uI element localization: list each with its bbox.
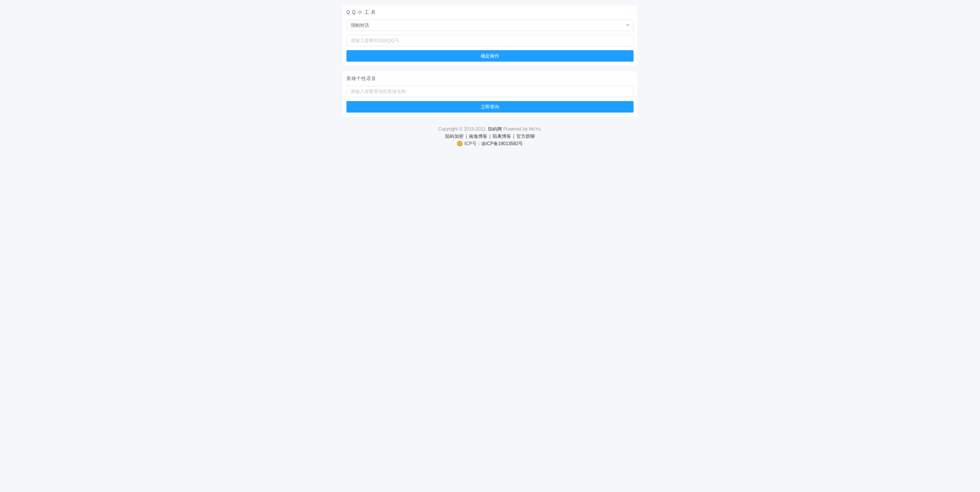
icp-number-link[interactable]: 渝ICP备19013582号 bbox=[481, 141, 523, 146]
copyright-suffix: Powered by MoYu. bbox=[502, 126, 542, 132]
footer-link-nanyi[interactable]: 南逸博客 bbox=[469, 134, 487, 139]
hero-voice-title: 英雄个性语音 bbox=[346, 75, 634, 82]
hero-voice-submit-button[interactable]: 立即查询 bbox=[346, 101, 634, 113]
footer-separator: | bbox=[488, 134, 492, 139]
qq-tool-select[interactable]: 强制对话 bbox=[346, 20, 634, 31]
qq-tool-panel: Q Q 小 工 具 强制对话 确定操作 bbox=[343, 5, 637, 65]
qq-tool-submit-button[interactable]: 确定操作 bbox=[346, 50, 634, 62]
footer-link-moli[interactable]: 陌离博客 bbox=[493, 134, 511, 139]
copyright-prefix: Copyright © 2015-2021. bbox=[438, 126, 488, 132]
qq-number-input[interactable] bbox=[346, 35, 634, 46]
icp-badge-icon bbox=[457, 141, 462, 146]
qq-tool-title: Q Q 小 工 具 bbox=[346, 9, 634, 16]
footer-link-group[interactable]: 官方群聊 bbox=[516, 134, 535, 139]
copyright-line: Copyright © 2015-2021. 陌屿网 Powered by Mo… bbox=[343, 126, 637, 133]
hero-name-input[interactable] bbox=[346, 86, 634, 97]
footer-separator: | bbox=[512, 134, 516, 139]
footer-separator: | bbox=[464, 134, 468, 139]
footer-link-encrypt[interactable]: 陌屿加密 bbox=[445, 134, 464, 139]
qq-tool-select-wrapper: 强制对话 bbox=[346, 20, 634, 31]
footer: Copyright © 2015-2021. 陌屿网 Powered by Mo… bbox=[343, 123, 637, 155]
icp-line: ICP号：渝ICP备19013582号 bbox=[343, 140, 637, 147]
site-name-link[interactable]: 陌屿网 bbox=[488, 126, 502, 132]
footer-links-line: 陌屿加密 | 南逸博客 | 陌离博客 | 官方群聊 bbox=[343, 133, 637, 140]
hero-voice-panel: 英雄个性语音 立即查询 bbox=[343, 72, 637, 116]
icp-label: ICP号： bbox=[463, 141, 481, 146]
